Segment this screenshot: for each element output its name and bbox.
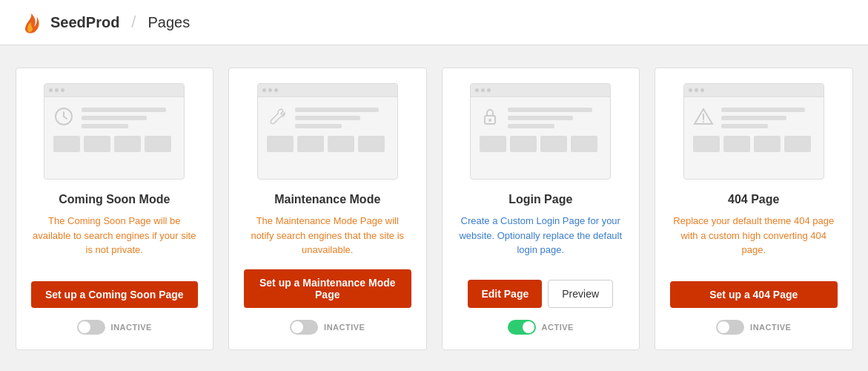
coming-soon-status-label: INACTIVE	[111, 323, 152, 332]
maintenance-mockup	[257, 83, 398, 180]
browser-dot	[689, 88, 692, 92]
block	[267, 136, 294, 152]
content-lines	[82, 106, 175, 128]
main-content: Coming Soon ModeThe Coming Soon Page wil…	[0, 45, 868, 371]
cards-grid: Coming Soon ModeThe Coming Soon Page wil…	[16, 68, 853, 350]
line	[82, 124, 128, 128]
content-lines	[295, 106, 388, 128]
404-description: Replace your default theme 404 page with…	[670, 214, 838, 269]
line	[82, 108, 165, 112]
browser-content	[684, 97, 824, 161]
warning-icon	[693, 106, 714, 127]
block	[784, 136, 811, 152]
block	[84, 136, 110, 152]
login-title: Login Page	[508, 193, 572, 206]
browser-content	[44, 97, 184, 161]
svg-line-2	[64, 116, 67, 119]
login-buttons-row: Edit PagePreview	[457, 280, 625, 308]
header: SeedProd / Pages	[0, 0, 868, 45]
block	[754, 136, 781, 152]
preview-button[interactable]: Preview	[548, 280, 613, 308]
404-setup-button[interactable]: Set up a 404 Page	[670, 281, 838, 308]
svg-point-4	[488, 119, 491, 122]
block	[723, 136, 750, 152]
coming-soon-description: The Coming Soon Page will be available t…	[31, 214, 199, 269]
login-mockup	[470, 83, 611, 180]
seedprod-logo	[18, 9, 44, 36]
browser-bar	[471, 84, 610, 97]
maintenance-toggle[interactable]	[290, 320, 318, 335]
browser-bar	[684, 84, 824, 97]
line	[295, 124, 342, 128]
page-title: Pages	[148, 14, 190, 31]
line	[295, 108, 379, 112]
maintenance-setup-button[interactable]: Set up a Maintenance Mode Page	[244, 269, 411, 308]
block	[510, 136, 537, 152]
block	[297, 136, 324, 152]
line	[508, 124, 554, 128]
block	[358, 136, 385, 152]
404-toggle-area: INACTIVE	[716, 320, 791, 335]
edit-page-button[interactable]: Edit Page	[468, 280, 542, 308]
browser-dot	[61, 88, 64, 92]
lock-icon	[480, 106, 500, 127]
block	[114, 136, 141, 152]
login-description: Create a Custom Login Page for your webs…	[457, 214, 625, 268]
404-toggle[interactable]	[716, 320, 744, 335]
blocks-row	[693, 136, 815, 152]
coming-soon-toggle[interactable]	[77, 320, 105, 335]
browser-icon-area	[53, 106, 175, 128]
line	[508, 108, 592, 112]
block	[328, 136, 354, 152]
browser-dot	[695, 88, 698, 92]
browser-icon-area	[693, 106, 815, 128]
maintenance-toggle-area: INACTIVE	[290, 320, 365, 335]
card-coming-soon: Coming Soon ModeThe Coming Soon Page wil…	[16, 68, 214, 350]
maintenance-title: Maintenance Mode	[274, 193, 380, 206]
card-login: Login PageCreate a Custom Login Page for…	[442, 68, 640, 350]
content-lines	[721, 106, 815, 128]
browser-dot	[55, 88, 59, 92]
header-divider: /	[131, 13, 136, 32]
clock-icon	[53, 106, 74, 127]
card-maintenance: Maintenance ModeThe Maintenance Mode Pag…	[228, 68, 427, 350]
line	[295, 116, 360, 120]
block	[145, 136, 171, 152]
login-toggle-area: ACTIVE	[508, 320, 574, 335]
blocks-row	[480, 136, 601, 152]
404-status-label: INACTIVE	[750, 323, 791, 332]
blocks-row	[267, 136, 388, 152]
maintenance-description: The Maintenance Mode Page will notify se…	[244, 214, 411, 257]
browser-dot	[262, 88, 266, 92]
logo-area: SeedProd	[18, 9, 119, 36]
browser-icon-area	[267, 106, 388, 128]
browser-dot	[49, 88, 53, 92]
card-404: 404 PageReplace your default theme 404 p…	[655, 68, 853, 350]
browser-content	[471, 97, 610, 161]
coming-soon-title: Coming Soon Mode	[59, 193, 170, 206]
block	[53, 136, 80, 152]
block	[693, 136, 720, 152]
coming-soon-toggle-area: INACTIVE	[77, 320, 152, 335]
login-toggle[interactable]	[508, 320, 536, 335]
svg-point-6	[703, 121, 704, 122]
browser-bar	[44, 84, 184, 97]
block	[480, 136, 506, 152]
browser-bar	[258, 84, 397, 97]
login-status-label: ACTIVE	[542, 323, 574, 332]
browser-dot	[274, 88, 278, 92]
block	[571, 136, 597, 152]
coming-soon-mockup	[44, 83, 185, 180]
wrench-icon	[267, 106, 288, 127]
browser-dot	[700, 88, 704, 92]
browser-dot	[268, 88, 272, 92]
logo-text: SeedProd	[50, 14, 119, 31]
browser-dot	[481, 88, 485, 92]
404-title: 404 Page	[728, 193, 779, 206]
line	[721, 116, 786, 120]
browser-dot	[487, 88, 491, 92]
line	[721, 124, 768, 128]
line	[82, 116, 147, 120]
coming-soon-setup-button[interactable]: Set up a Coming Soon Page	[31, 281, 199, 308]
browser-icon-area	[480, 106, 601, 128]
